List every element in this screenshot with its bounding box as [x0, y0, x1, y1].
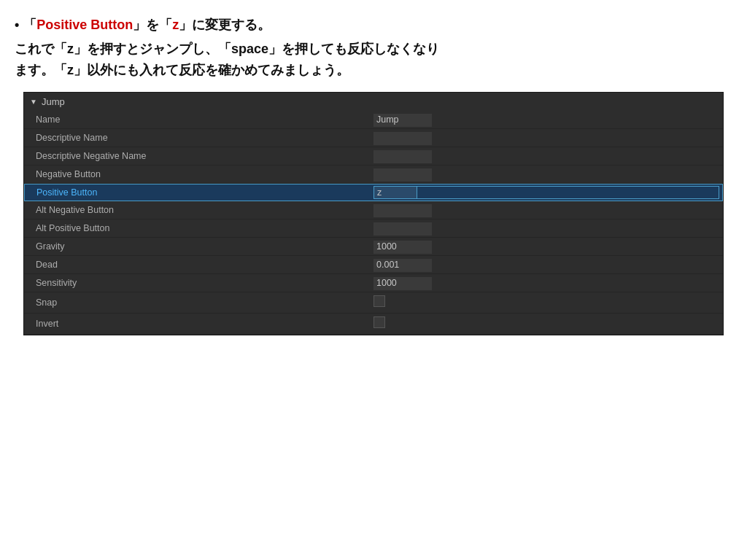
value-positive-button[interactable] — [374, 186, 722, 199]
label-invert: Invert — [24, 319, 374, 329]
instruction-text-1: 「Positive Button」を「z」に変更する。 — [23, 15, 271, 36]
instruction-line3: ます。「z」以外にも入れて反応を確かめてみましょう。 — [15, 60, 732, 81]
invert-checkbox[interactable] — [374, 316, 385, 328]
section-label: Jump — [42, 96, 65, 107]
row-descriptive-name: Descriptive Name — [24, 129, 723, 147]
row-dead: Dead 0.001 — [24, 256, 723, 274]
value-dead[interactable]: 0.001 — [374, 257, 723, 272]
label-gravity: Gravity — [24, 241, 374, 252]
value-gravity[interactable]: 1000 — [374, 239, 723, 254]
bullet-symbol: • — [15, 15, 19, 36]
dead-value-text: 0.001 — [374, 259, 432, 272]
value-descriptive-name[interactable] — [374, 131, 723, 145]
row-snap: Snap — [24, 292, 723, 314]
value-descriptive-negative-name[interactable] — [374, 149, 723, 163]
label-descriptive-negative-name: Descriptive Negative Name — [24, 151, 374, 161]
label-negative-button: Negative Button — [24, 169, 374, 179]
positive-button-remainder — [417, 186, 719, 199]
label-descriptive-name: Descriptive Name — [24, 133, 374, 143]
label-dead: Dead — [24, 260, 374, 270]
alt-positive-button-value-text — [374, 222, 432, 236]
label-positive-button: Positive Button — [25, 187, 374, 198]
descriptive-negative-name-value-text — [374, 150, 432, 163]
triangle-icon: ▼ — [30, 98, 37, 106]
sensitivity-value-text: 1000 — [374, 277, 432, 290]
positive-button-value-part — [374, 186, 719, 199]
value-sensitivity[interactable]: 1000 — [374, 276, 723, 290]
row-alt-negative-button: Alt Negative Button — [24, 201, 723, 219]
value-invert[interactable] — [374, 315, 723, 332]
row-invert: Invert — [24, 314, 723, 335]
label-name: Name — [24, 114, 374, 125]
row-gravity: Gravity 1000 — [24, 238, 723, 256]
row-alt-positive-button: Alt Positive Button — [24, 219, 723, 238]
instruction-line2: これで「z」を押すとジャンプし、「space」を押しても反応しなくなり — [15, 39, 732, 60]
row-positive-button[interactable]: Positive Button — [24, 184, 723, 201]
section-header-jump[interactable]: ▼ Jump — [24, 93, 723, 111]
value-name: Jump — [374, 112, 723, 127]
gravity-value-text: 1000 — [374, 241, 432, 254]
descriptive-name-value-text — [374, 132, 432, 145]
label-alt-negative-button: Alt Negative Button — [24, 205, 374, 215]
alt-negative-button-value-text — [374, 204, 432, 217]
value-negative-button[interactable] — [374, 167, 723, 182]
value-alt-negative-button[interactable] — [374, 203, 723, 217]
label-snap: Snap — [24, 298, 374, 308]
label-sensitivity: Sensitivity — [24, 278, 374, 288]
positive-button-input[interactable] — [374, 186, 417, 199]
instruction-block: • 「Positive Button」を「z」に変更する。 これで「z」を押すと… — [15, 15, 732, 80]
negative-button-value-text — [374, 168, 432, 182]
value-snap[interactable] — [374, 294, 723, 311]
label-alt-positive-button: Alt Positive Button — [24, 223, 374, 233]
value-alt-positive-button[interactable] — [374, 221, 723, 236]
row-name: Name Jump — [24, 111, 723, 129]
instruction-line1: • 「Positive Button」を「z」に変更する。 — [15, 15, 732, 36]
row-descriptive-negative-name: Descriptive Negative Name — [24, 147, 723, 166]
snap-checkbox[interactable] — [374, 295, 385, 307]
name-value-text: Jump — [374, 114, 432, 127]
highlight-positive-button: Positive Button — [36, 18, 133, 32]
row-sensitivity: Sensitivity 1000 — [24, 274, 723, 292]
row-negative-button: Negative Button — [24, 166, 723, 184]
highlight-z: z — [172, 18, 179, 32]
unity-inspector-panel: ▼ Jump Name Jump Descriptive Name Descri… — [23, 92, 724, 335]
